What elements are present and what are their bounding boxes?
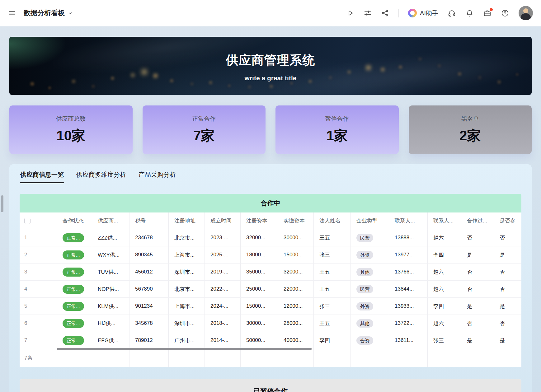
company-type-badge: 合资 — [356, 336, 373, 345]
select-all-cell — [20, 212, 57, 229]
footer-cell — [351, 349, 389, 367]
table-cell: EFG供... — [92, 332, 129, 349]
tab-2[interactable]: 产品采购分析 — [139, 170, 176, 183]
column-header-8: 企业类型 — [351, 212, 389, 229]
stat-card-value: 10家 — [56, 127, 85, 145]
ai-assistant-button[interactable]: AI助手 — [408, 9, 438, 17]
table-body: 1正常...ZZZ供...234678北京市...2023-...32000..… — [20, 229, 521, 349]
table-cell: 901234 — [129, 298, 169, 315]
column-header-11: 合作过... — [461, 212, 494, 229]
stat-card-label: 暂停合作 — [325, 115, 349, 123]
table-cell: 2025-... — [205, 246, 241, 263]
column-header-6: 实缴资本 — [278, 212, 314, 229]
horizontal-scrollbar[interactable] — [57, 348, 312, 350]
table-cell: 35000... — [241, 264, 278, 280]
table-row: 7正常...EFG供...789012广州市...2014-...50000..… — [20, 332, 521, 349]
table-cell: 28000... — [278, 315, 314, 332]
table-cell: 2019-... — [205, 264, 241, 280]
dashboard-title-dropdown[interactable]: 数据分析看板 — [24, 8, 73, 18]
settings-sliders-icon[interactable] — [364, 9, 372, 17]
content-panel: 供应商信息一览供应商多维度分析产品采购分析 合作中 合作状态供应商...税号注册… — [9, 164, 532, 392]
column-header-10: 联系人... — [428, 212, 461, 229]
user-avatar[interactable] — [519, 6, 533, 20]
status-badge: 正常... — [63, 285, 84, 294]
ai-assistant-logo-icon — [408, 9, 417, 17]
vertical-scrollbar[interactable] — [1, 195, 3, 212]
status-badge: 正常... — [63, 319, 84, 328]
tab-1[interactable]: 供应商多维度分析 — [76, 170, 126, 183]
table-cell: 否 — [494, 315, 521, 332]
table-cell: 2023-... — [205, 229, 241, 246]
table-cell: 12000... — [278, 298, 314, 315]
table-cell: 正常... — [57, 332, 92, 349]
table-cell: 李四 — [314, 332, 351, 349]
table-cell: 李四 — [428, 246, 461, 263]
table-cell: 深圳市... — [169, 264, 205, 280]
table-cell: 王五 — [314, 315, 351, 332]
footer-cell — [57, 349, 92, 367]
select-all-checkbox[interactable] — [24, 218, 31, 224]
footer-cell — [314, 349, 351, 367]
top-toolbar: 数据分析看板 AI助手 — [0, 0, 541, 26]
table-cell: 王五 — [314, 264, 351, 280]
hamburger-menu-icon[interactable] — [8, 9, 16, 17]
company-type-badge: 其他 — [356, 319, 373, 328]
stat-card-2: 暂停合作1家 — [275, 105, 399, 154]
status-badge: 正常... — [63, 302, 84, 311]
column-header-5: 注册资本 — [241, 212, 278, 229]
table-row: 1正常...ZZZ供...234678北京市...2023-...32000..… — [20, 229, 521, 246]
stat-card-label: 供应商总数 — [56, 115, 86, 123]
cooperating-suppliers-table: 合作中 合作状态供应商...税号注册地址成立时间注册资本实缴资本法人姓名企业类型… — [20, 194, 521, 367]
column-header-9: 联系人... — [389, 212, 428, 229]
status-badge: 正常... — [63, 268, 84, 277]
headset-support-icon[interactable] — [448, 9, 456, 17]
table-footer-row: 7条 — [20, 349, 521, 367]
share-icon[interactable] — [381, 9, 389, 17]
stat-card-label: 正常合作 — [192, 115, 216, 123]
row-number: 3 — [20, 264, 57, 280]
company-type-badge: 外资 — [356, 302, 373, 310]
table-cell: 2014-... — [205, 332, 241, 349]
table-cell: 广州市... — [169, 332, 205, 349]
table-cell: 李四 — [428, 298, 461, 315]
table-cell: 外资 — [351, 298, 389, 315]
table-cell: 否 — [461, 229, 494, 246]
notification-red-dot — [490, 8, 493, 11]
table-cell: 上海市... — [169, 246, 205, 263]
column-header-4: 成立时间 — [205, 212, 241, 229]
tab-0[interactable]: 供应商信息一览 — [20, 170, 64, 183]
table-cell: 是 — [494, 332, 521, 349]
table-cell: 张三 — [428, 332, 461, 349]
table-cell: 王五 — [314, 281, 351, 297]
table-cell: 王五 — [314, 229, 351, 246]
table-cell: 赵六 — [428, 281, 461, 297]
table-cell: 否 — [461, 264, 494, 280]
page-title: 数据分析看板 — [24, 8, 65, 18]
column-header-12: 是否参 — [494, 212, 521, 229]
table-row: 2正常...WXY供...890345上海市...2025-...18000..… — [20, 246, 521, 264]
inbox-briefcase-icon[interactable] — [483, 9, 492, 17]
table-row: 3正常...TUV供...456012深圳市...2019-...35000..… — [20, 264, 521, 281]
table-cell: 13888... — [389, 229, 428, 246]
play-icon[interactable] — [346, 9, 354, 17]
table-cell: 25000... — [241, 281, 278, 297]
table-cell: 张三 — [314, 246, 351, 263]
row-number: 4 — [20, 281, 57, 297]
stat-card-1: 正常合作7家 — [143, 105, 266, 154]
chevron-down-icon — [68, 11, 73, 16]
table-cell: 40000... — [278, 332, 314, 349]
notifications-bell-icon[interactable] — [465, 9, 474, 17]
table-cell: 张三 — [314, 298, 351, 315]
table-cell: HIJ供... — [92, 315, 129, 332]
row-number: 1 — [20, 229, 57, 246]
table-cell: 234678 — [129, 229, 169, 246]
help-icon[interactable] — [501, 9, 509, 17]
footer-cell — [461, 349, 494, 367]
table-cell: 赵六 — [428, 229, 461, 246]
stat-card-0: 供应商总数10家 — [9, 105, 133, 154]
footer-cell — [389, 349, 428, 367]
table-cell: 345678 — [129, 315, 169, 332]
table-title-cooperating: 合作中 — [20, 194, 521, 212]
stat-cards-row: 供应商总数10家正常合作7家暂停合作1家黑名单2家 — [9, 105, 532, 154]
table-cell: 13933... — [389, 298, 428, 315]
